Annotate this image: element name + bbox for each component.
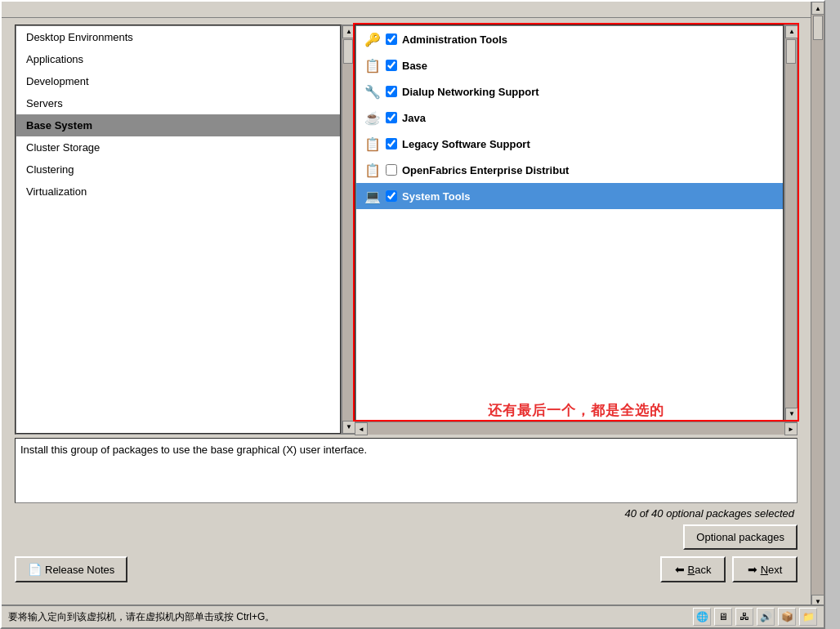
- horiz-scroll-track: [368, 422, 784, 435]
- category-item-desktop[interactable]: Desktop Environments: [16, 26, 340, 48]
- taskbar-icons: 🌐 🖥 🖧 🔊 📦 📁: [693, 608, 817, 626]
- taskbar-icon-network: 🌐: [693, 608, 711, 626]
- page-scrollbar[interactable]: ▲ ▼: [811, 2, 824, 608]
- pkg-icon-legacy: 📋: [363, 134, 382, 154]
- package-item-dialup[interactable]: 🔧Dialup Networking Support: [356, 78, 783, 105]
- pkg-checkbox-base[interactable]: [386, 60, 397, 71]
- right-panel-container: 🔑Administration Tools📋Base🔧Dialup Networ…: [355, 25, 798, 435]
- package-item-legacy[interactable]: 📋Legacy Software Support: [356, 131, 783, 157]
- pkg-label-dialup: Dialup Networking Support: [402, 86, 539, 98]
- horiz-scrollbar[interactable]: ◄ ►: [355, 422, 798, 435]
- category-item-cluster-storage[interactable]: Cluster Storage: [16, 136, 340, 158]
- pkg-checkbox-dialup[interactable]: [386, 86, 397, 97]
- description-box: Install this group of packages to use th…: [15, 438, 798, 503]
- category-item-virtualization[interactable]: Virtualization: [16, 181, 340, 203]
- left-scroll-up[interactable]: ▲: [342, 25, 355, 38]
- right-scroll-thumb: [786, 39, 796, 64]
- horiz-scroll-left[interactable]: ◄: [355, 422, 368, 435]
- pkg-icon-system-tools: 💻: [363, 186, 382, 206]
- title-bar: [2, 2, 824, 18]
- pkg-checkbox-openfabrics[interactable]: [386, 164, 397, 176]
- pkg-checkbox-java[interactable]: [386, 112, 397, 123]
- taskbar-icon-folder: 📁: [799, 608, 817, 626]
- taskbar-icon-display: 🖥: [714, 608, 732, 626]
- pkg-label-system-tools: System Tools: [402, 190, 471, 203]
- taskbar: 要将输入定向到该虚拟机，请在虚拟机内部单击或按 Ctrl+G。 🌐 🖥 🖧 🔊 …: [2, 604, 824, 627]
- optional-packages-button[interactable]: Optional packages: [683, 524, 798, 550]
- next-icon: ➡: [748, 563, 757, 576]
- pkg-icon-java: ☕: [363, 108, 382, 127]
- right-scroll-up[interactable]: ▲: [785, 25, 798, 38]
- taskbar-icon-pkg: 📦: [778, 608, 796, 626]
- package-item-base[interactable]: 📋Base: [356, 52, 783, 78]
- installer-dialog: Desktop EnvironmentsApplicationsDevelopm…: [8, 18, 804, 604]
- left-scrollbar[interactable]: ▲ ▼: [342, 25, 355, 435]
- category-item-applications[interactable]: Applications: [16, 48, 340, 70]
- pkg-icon-openfabrics: 📋: [363, 160, 382, 180]
- category-list: Desktop EnvironmentsApplicationsDevelopm…: [15, 25, 342, 435]
- pkg-label-legacy: Legacy Software Support: [402, 138, 530, 150]
- scroll-track: [811, 15, 824, 595]
- next-button[interactable]: ➡ Next: [732, 556, 798, 582]
- right-scrollbar[interactable]: ▲ ▼: [784, 25, 798, 422]
- package-item-admin-tools[interactable]: 🔑Administration Tools: [356, 26, 783, 52]
- pkg-label-openfabrics: OpenFabrics Enterprise Distribut: [402, 164, 569, 176]
- category-items-container: Desktop EnvironmentsApplicationsDevelopm…: [16, 26, 340, 203]
- optional-btn-container: Optional packages: [15, 524, 798, 550]
- outer-window: ▲ ▼ Desktop EnvironmentsApplicationsDeve…: [0, 0, 825, 629]
- pkg-label-base: Base: [402, 60, 427, 72]
- release-notes-icon: 📄: [28, 563, 42, 576]
- left-scroll-track: [342, 38, 354, 421]
- taskbar-icon-network2: 🖧: [735, 608, 753, 626]
- category-item-servers[interactable]: Servers: [16, 92, 340, 114]
- category-item-clustering[interactable]: Clustering: [16, 158, 340, 181]
- scroll-up-btn[interactable]: ▲: [811, 2, 824, 15]
- panels-row: Desktop EnvironmentsApplicationsDevelopm…: [15, 25, 798, 435]
- package-list: 🔑Administration Tools📋Base🔧Dialup Networ…: [355, 25, 784, 422]
- back-icon: ⬅: [675, 563, 685, 576]
- pkg-checkbox-legacy[interactable]: [386, 138, 397, 149]
- bottom-section: Install this group of packages to use th…: [15, 438, 798, 593]
- horiz-scroll-right[interactable]: ►: [784, 422, 798, 435]
- scroll-thumb: [813, 16, 823, 40]
- pkg-checkbox-admin-tools[interactable]: [386, 33, 397, 45]
- right-scroll-down[interactable]: ▼: [785, 408, 798, 421]
- back-button[interactable]: ⬅ Back: [660, 556, 726, 582]
- release-notes-button[interactable]: 📄 Release Notes: [15, 556, 127, 582]
- taskbar-text: 要将输入定向到该虚拟机，请在虚拟机内部单击或按 Ctrl+G。: [8, 610, 275, 624]
- packages-count-label: 40 of 40 optional packages selected: [15, 506, 798, 521]
- pkg-icon-admin-tools: 🔑: [363, 29, 382, 49]
- left-scroll-thumb: [343, 39, 353, 64]
- package-items-container: 🔑Administration Tools📋Base🔧Dialup Networ…: [356, 26, 783, 209]
- right-scroll-track: [785, 38, 797, 408]
- package-item-openfabrics[interactable]: 📋OpenFabrics Enterprise Distribut: [356, 157, 783, 183]
- pkg-icon-dialup: 🔧: [363, 82, 382, 101]
- nav-buttons: 📄 Release Notes ⬅ Back ➡ Next: [15, 556, 798, 582]
- package-item-java[interactable]: ☕Java: [356, 105, 783, 131]
- nav-right-buttons: ⬅ Back ➡ Next: [660, 556, 798, 582]
- package-item-system-tools[interactable]: 💻System Tools: [356, 183, 783, 209]
- category-item-base-system[interactable]: Base System: [16, 114, 340, 136]
- pkg-icon-base: 📋: [363, 56, 382, 75]
- pkg-label-admin-tools: Administration Tools: [402, 33, 507, 46]
- pkg-label-java: Java: [402, 112, 426, 124]
- right-panel-flex: 🔑Administration Tools📋Base🔧Dialup Networ…: [355, 25, 798, 422]
- left-scroll-down[interactable]: ▼: [342, 421, 355, 434]
- pkg-checkbox-system-tools[interactable]: [386, 190, 397, 202]
- category-item-development[interactable]: Development: [16, 70, 340, 92]
- taskbar-icon-sound: 🔊: [757, 608, 775, 626]
